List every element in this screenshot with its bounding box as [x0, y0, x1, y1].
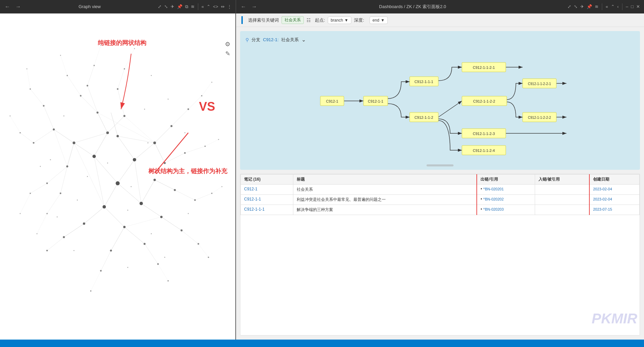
- list-view-button[interactable]: ☷: [306, 18, 311, 23]
- svg-point-118: [201, 95, 202, 97]
- end-dropdown[interactable]: end ▼: [370, 17, 388, 24]
- r-maximize-icon[interactable]: ⤢: [567, 3, 572, 10]
- more-icon[interactable]: ⋮: [227, 3, 232, 10]
- svg-point-151: [74, 250, 75, 251]
- separator-2: [602, 3, 602, 10]
- scrollbar-hint[interactable]: [427, 164, 453, 166]
- r-up-icon[interactable]: ⌃: [610, 3, 615, 10]
- branch-link[interactable]: C912-1:: [263, 37, 279, 42]
- col-note-id: 笔记 (16): [241, 175, 293, 185]
- sync-icon[interactable]: ⇔: [220, 3, 225, 10]
- branch-icon: ⚲: [245, 37, 249, 43]
- svg-point-144: [147, 142, 148, 143]
- right-panel-title: Dashboards / ZK / ZK 索引面板2.0: [261, 4, 564, 10]
- title-cell-1: 社会关系: [293, 185, 477, 195]
- up-icon[interactable]: ⌃: [206, 3, 211, 10]
- keyword-tag-button[interactable]: 社会关系: [282, 16, 304, 24]
- cursor-icon[interactable]: ✈: [170, 3, 175, 10]
- date-cell-2: 2023-02-04: [589, 195, 640, 205]
- brush-button[interactable]: ✎: [225, 50, 230, 57]
- svg-point-136: [181, 169, 182, 170]
- branch-dropdown[interactable]: branch ▼: [328, 17, 352, 24]
- svg-point-143: [87, 176, 88, 177]
- svg-point-106: [194, 199, 196, 201]
- svg-point-116: [93, 65, 95, 66]
- svg-point-75: [133, 158, 136, 161]
- copy-icon[interactable]: ⧉: [184, 3, 189, 10]
- left-toolbar-icons: ⤢ ⤡ ✈ 📌 ⧉ ≋ « ⌃ <> ⇔ ⋮: [157, 3, 232, 10]
- branch-chevron[interactable]: ⌄: [301, 36, 306, 43]
- outlink-item-3: ^BN-020203: [480, 207, 503, 212]
- expand-icon[interactable]: ⤡: [164, 3, 169, 10]
- back-button-right[interactable]: ←: [239, 3, 247, 10]
- inlinks-cell-1: [535, 185, 589, 195]
- date-link-3[interactable]: 2023-07-15: [593, 207, 612, 211]
- tree-container: C912-1 C912-1-1 C912-1-1-1 C912-1-1-2: [245, 50, 635, 164]
- svg-point-102: [87, 85, 88, 86]
- svg-point-103: [117, 88, 119, 90]
- forward-button-left[interactable]: →: [14, 3, 22, 10]
- note-id-link-3[interactable]: C912-1-1-1: [244, 207, 265, 212]
- table-row: C912-1-1 利益冲突是社会关系中最常见、最普遍的问题之一 ^BN-0202…: [241, 195, 640, 205]
- r-cursor-icon[interactable]: ✈: [580, 3, 585, 10]
- svg-point-82: [83, 222, 85, 225]
- svg-point-128: [60, 55, 61, 56]
- r-nav-prev-icon[interactable]: ‹: [617, 3, 619, 10]
- svg-point-95: [180, 230, 182, 232]
- note-id-cell: C912-1-1: [241, 195, 293, 205]
- back-button-left[interactable]: ←: [3, 3, 11, 10]
- note-id-link-2[interactable]: C912-1-1: [244, 197, 261, 202]
- minimize-icon[interactable]: –: [625, 3, 629, 10]
- svg-point-130: [134, 48, 135, 49]
- date-cell-1: 2023-02-04: [589, 185, 640, 195]
- svg-point-119: [204, 145, 206, 147]
- pin-icon[interactable]: 📌: [176, 3, 183, 10]
- svg-point-97: [43, 105, 45, 107]
- r-wave-icon[interactable]: ≋: [594, 3, 599, 10]
- table-area: 笔记 (16) 标题 出链/引用 入链/被引用 创建日期: [240, 174, 640, 336]
- svg-point-111: [30, 88, 31, 90]
- inlinks-cell-2: [535, 195, 589, 205]
- svg-point-101: [80, 95, 82, 97]
- col-outlinks: 出链/引用: [477, 175, 535, 185]
- r-pin-icon[interactable]: 📌: [586, 3, 593, 10]
- svg-point-78: [72, 141, 75, 144]
- date-link-2[interactable]: 2023-02-04: [593, 197, 612, 201]
- svg-text:C912-1-1-2-4: C912-1-1-2-4: [473, 149, 495, 153]
- title-cell-2: 利益冲突是社会关系中最常见、最普遍的问题之一: [293, 195, 477, 205]
- prev-icon[interactable]: «: [201, 3, 205, 10]
- svg-point-149: [168, 99, 169, 100]
- graph-container: 纯链接的网状结构 VS 树状结构为主，链接作为补充 ⚙ ✎: [0, 14, 235, 340]
- end-dropdown-arrow: ▼: [381, 18, 385, 23]
- branch-prefix: 分支: [252, 37, 260, 43]
- svg-point-127: [36, 233, 37, 234]
- outlink-link-3[interactable]: ^BN-020203: [483, 207, 504, 211]
- svg-point-85: [153, 179, 156, 181]
- maximize-icon[interactable]: ⤢: [157, 3, 162, 10]
- outlinks-cell-1: ^BN-020201: [477, 185, 535, 195]
- branch-area: ⚲ 分支 C912-1: 社会关系 ⌄: [240, 31, 640, 170]
- note-id-link-1[interactable]: C912-1: [244, 187, 257, 191]
- note-id-cell: C912-1-1-1: [241, 205, 293, 215]
- date-link-1[interactable]: 2023-02-04: [593, 187, 612, 191]
- svg-point-80: [153, 141, 156, 144]
- r-expand-icon[interactable]: ⤡: [573, 3, 578, 10]
- settings-gear-button[interactable]: ⚙: [225, 41, 230, 48]
- close-icon[interactable]: ✕: [636, 3, 641, 10]
- code-icon[interactable]: <>: [212, 3, 219, 10]
- wave-icon[interactable]: ≋: [190, 3, 195, 10]
- col-date: 创建日期: [589, 175, 640, 185]
- restore-icon[interactable]: □: [630, 3, 634, 10]
- svg-point-146: [57, 216, 58, 217]
- r-prev-icon[interactable]: «: [605, 3, 609, 10]
- forward-button-right[interactable]: →: [250, 3, 258, 10]
- outlink-link-1[interactable]: ^BN-020201: [483, 187, 504, 191]
- inlinks-cell-3: [535, 205, 589, 215]
- svg-point-129: [100, 45, 101, 46]
- svg-point-137: [50, 159, 51, 160]
- svg-point-148: [184, 132, 185, 133]
- outlink-link-2[interactable]: ^BN-020202: [483, 197, 504, 201]
- svg-point-139: [151, 233, 152, 234]
- svg-point-84: [160, 216, 163, 218]
- table-row: C912-1 社会关系 ^BN-020201 2023-02-04: [241, 185, 640, 195]
